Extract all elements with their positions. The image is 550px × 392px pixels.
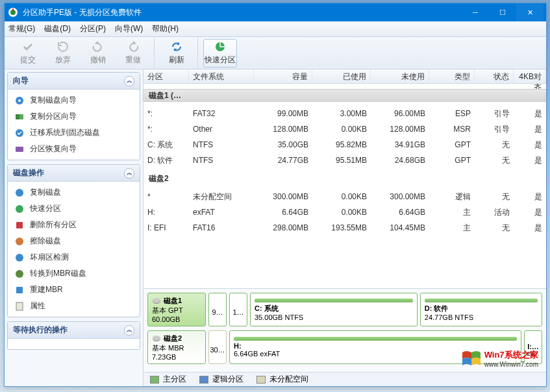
- col-type[interactable]: 类型: [429, 69, 475, 83]
- table-row[interactable]: *未分配空间300.00MB0.00KB300.00MB逻辑无是: [144, 189, 546, 204]
- menu-general[interactable]: 常规(G): [8, 23, 35, 34]
- disk2-part0[interactable]: 30…: [208, 330, 227, 364]
- table-row[interactable]: C: 系统NTFS35.00GB95.82MB34.91GBGPT无是: [144, 137, 546, 153]
- disk1-part-d[interactable]: D: 软件24.77GB NTFS: [420, 293, 542, 326]
- svg-rect-8: [16, 147, 23, 152]
- legend-unalloc: 未分配空间: [256, 374, 308, 385]
- wizard-copy-disk[interactable]: 复制磁盘向导: [8, 92, 140, 108]
- col-capacity[interactable]: 容量: [254, 69, 312, 83]
- wizard-copy-partition[interactable]: 复制分区向导: [8, 108, 140, 125]
- check-icon: [21, 40, 34, 53]
- toolbar: 提交 放弃 撤销 重做 刷新 快速分区: [5, 37, 546, 69]
- chevron-up-icon[interactable]: ︽: [124, 325, 134, 336]
- sidebar: 向导︽ 复制磁盘向导 复制分区向导 迁移系统到固态磁盘 分区恢复向导 磁盘操作︽…: [5, 69, 144, 386]
- col-fs[interactable]: 文件系统: [189, 69, 254, 83]
- disk1-header[interactable]: 磁盘1 (…: [144, 89, 546, 102]
- fast-partition-icon: [214, 40, 227, 53]
- undo-button[interactable]: 撤销: [81, 39, 115, 67]
- svg-point-4: [18, 99, 21, 102]
- wizard-panel: 向导︽ 复制磁盘向导 复制分区向导 迁移系统到固态磁盘 分区恢复向导: [7, 72, 140, 160]
- maximize-button[interactable]: ☐: [489, 3, 516, 21]
- disk1-label[interactable]: 磁盘1 基本 GPT 60.00GB: [147, 293, 206, 326]
- discard-icon: [56, 40, 69, 53]
- svg-point-14: [16, 270, 23, 278]
- op-surface-test[interactable]: 坏扇区检测: [8, 249, 140, 265]
- fast-partition-button[interactable]: 快速分区: [203, 39, 237, 67]
- properties-icon: [14, 301, 25, 312]
- diskops-panel: 磁盘操作︽ 复制磁盘 快速分区 删除所有分区 擦除磁盘 坏扇区检测 转换到MBR…: [7, 164, 140, 317]
- menu-partition[interactable]: 分区(P): [80, 23, 106, 34]
- app-window: 分区助手PE版 - 无损分区免费软件 ─ ☐ ✕ 常规(G) 磁盘(D) 分区(…: [4, 3, 547, 387]
- menu-disk[interactable]: 磁盘(D): [44, 23, 71, 34]
- window-title: 分区助手PE版 - 无损分区免费软件: [23, 7, 462, 18]
- svg-point-13: [16, 254, 23, 262]
- menu-wizard[interactable]: 向导(W): [115, 23, 143, 34]
- table-row[interactable]: *:Other128.00MB0.00KB128.00MBMSR引导是: [144, 121, 546, 137]
- wizard-recover[interactable]: 分区恢复向导: [8, 141, 140, 157]
- disk1-map-row: 磁盘1 基本 GPT 60.00GB 9… 1… C: 系统35.00GB NT…: [147, 293, 542, 326]
- partition-grid-body[interactable]: 磁盘1 (… *:FAT3299.00MB3.00MB96.00MBESP引导是…: [144, 84, 546, 288]
- close-button[interactable]: ✕: [516, 3, 544, 21]
- discard-button[interactable]: 放弃: [46, 39, 80, 67]
- op-convert-mbr[interactable]: 转换到MBR磁盘: [8, 265, 140, 282]
- legend-primary: 主分区: [150, 374, 186, 385]
- minimize-button[interactable]: ─: [462, 3, 489, 21]
- svg-point-9: [16, 189, 23, 197]
- rebuild-icon: [14, 285, 25, 295]
- col-status[interactable]: 状态: [475, 69, 514, 83]
- chevron-up-icon[interactable]: ︽: [124, 76, 134, 86]
- refresh-button[interactable]: 刷新: [160, 39, 194, 67]
- svg-point-20: [153, 336, 160, 341]
- op-delete-all[interactable]: 删除所有分区: [8, 217, 140, 233]
- disk2-header[interactable]: 磁盘2: [144, 172, 546, 185]
- table-row[interactable]: *:FAT3299.00MB3.00MB96.00MBESP引导是: [144, 106, 546, 121]
- wipe-icon: [14, 236, 25, 247]
- delete-icon: [14, 220, 25, 230]
- table-row[interactable]: D: 软件NTFS24.77GB95.51MB24.68GBGPT无是: [144, 153, 546, 168]
- watermark: Win7系统之家 www.Winwin7.com: [461, 349, 538, 368]
- disk1-part1[interactable]: 1…: [229, 293, 247, 326]
- wizard-panel-head[interactable]: 向导︽: [8, 73, 140, 90]
- col-free[interactable]: 未使用: [371, 69, 429, 83]
- svg-rect-1: [12, 8, 14, 11]
- svg-rect-11: [16, 222, 23, 228]
- disk-icon: [14, 95, 25, 106]
- fast-icon: [14, 204, 25, 214]
- menu-help[interactable]: 帮助(H): [152, 23, 179, 34]
- chevron-up-icon[interactable]: ︽: [124, 168, 134, 178]
- col-used[interactable]: 已使用: [312, 69, 371, 83]
- disk-icon: [152, 297, 161, 306]
- disk-icon: [152, 334, 161, 343]
- op-properties[interactable]: 属性: [8, 298, 140, 314]
- test-icon: [14, 252, 25, 263]
- op-wipe-disk[interactable]: 擦除磁盘: [8, 233, 140, 249]
- recover-icon: [14, 144, 25, 154]
- pending-panel: 等待执行的操作︽: [7, 321, 140, 350]
- ssd-icon: [14, 128, 25, 138]
- titlebar[interactable]: 分区助手PE版 - 无损分区免费软件 ─ ☐ ✕: [5, 3, 546, 21]
- redo-button[interactable]: 重做: [116, 39, 150, 67]
- legend: 主分区 逻辑分区 未分配空间: [144, 372, 546, 386]
- partition-grid-header: 分区 文件系统 容量 已使用 未使用 类型 状态 4KB对齐: [144, 69, 546, 84]
- redo-icon: [127, 40, 140, 53]
- diskops-panel-head[interactable]: 磁盘操作︽: [8, 165, 140, 182]
- wizard-migrate-ssd[interactable]: 迁移系统到固态磁盘: [8, 125, 140, 141]
- svg-point-18: [153, 298, 160, 303]
- disk1-part0[interactable]: 9…: [208, 293, 227, 326]
- op-copy-disk[interactable]: 复制磁盘: [8, 184, 140, 201]
- svg-point-10: [16, 205, 23, 213]
- col-4kb[interactable]: 4KB对齐: [514, 69, 546, 83]
- disk2-label[interactable]: 磁盘2 基本 MBR 7.23GB: [147, 330, 206, 364]
- table-row[interactable]: I: EFIFAT16298.00MB193.55MB104.45MB主无是: [144, 220, 546, 236]
- menubar: 常规(G) 磁盘(D) 分区(P) 向导(W) 帮助(H): [5, 21, 546, 37]
- table-row[interactable]: H:exFAT6.64GB0.00KB6.64GB主活动是: [144, 204, 546, 220]
- svg-rect-16: [16, 302, 23, 310]
- copy-icon: [14, 188, 25, 198]
- col-partition[interactable]: 分区: [144, 69, 189, 83]
- pending-panel-head[interactable]: 等待执行的操作︽: [8, 322, 140, 339]
- op-fast-partition[interactable]: 快速分区: [8, 201, 140, 217]
- disk1-part-c[interactable]: C: 系统35.00GB NTFS: [250, 293, 418, 326]
- app-icon: [7, 6, 19, 18]
- commit-button[interactable]: 提交: [11, 39, 45, 67]
- op-rebuild-mbr[interactable]: 重建MBR: [8, 282, 140, 298]
